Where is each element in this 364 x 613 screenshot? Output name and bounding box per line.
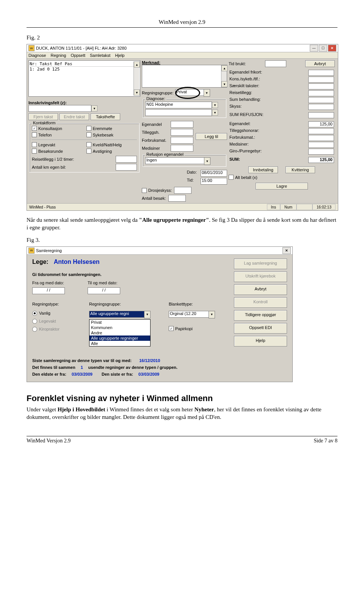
chk-fremmote[interactable]: Eremmøte bbox=[86, 126, 137, 131]
diagnose-input[interactable]: N01 Hodepine bbox=[145, 102, 212, 108]
tilleggsh-input[interactable] bbox=[171, 129, 193, 136]
siste-samleregning-label: Siste samleregning av denne typen var ti… bbox=[32, 358, 132, 363]
diagnose-group: Diagnose: N01 Hodepine ▼ ▼ bbox=[143, 99, 226, 118]
chk-telefon[interactable]: Telefon bbox=[32, 132, 83, 137]
dd-item-kommunen[interactable]: Kommunen bbox=[89, 325, 150, 330]
chk-sykebesok[interactable]: Sykebesøk bbox=[86, 132, 137, 137]
legg-til-button[interactable]: Legg til bbox=[196, 133, 227, 140]
takst-list[interactable]: Nr: Takst Ref Pas 1: 2ad 0 125 ▲ ▼ bbox=[28, 60, 140, 97]
dd-item-privat[interactable]: Privat bbox=[89, 320, 150, 325]
dd-item-alle[interactable]: Alle bbox=[89, 341, 150, 346]
dato-input[interactable]: 08/01/2010 bbox=[201, 170, 227, 177]
chevron-down-icon: ▼ bbox=[144, 311, 151, 318]
antall-besok-input[interactable] bbox=[168, 195, 186, 202]
close-button[interactable]: ✕ bbox=[328, 45, 336, 52]
regningsgruppe-select[interactable]: Privat ▼ bbox=[175, 89, 210, 97]
regningsgruppe-select[interactable]: Alle ugrupperte regni ▼ bbox=[89, 311, 151, 318]
val-kons bbox=[308, 77, 334, 83]
usendte-count: 1 bbox=[81, 365, 83, 370]
kvittering-button[interactable]: Kvittering bbox=[286, 166, 315, 173]
hjelp-button[interactable]: Hjelp bbox=[234, 336, 287, 346]
usendte-label-a: Det finnes til sammen bbox=[32, 365, 75, 370]
menu-hjelp[interactable]: Hjelp bbox=[115, 53, 124, 58]
tid-label: Tid: bbox=[187, 178, 197, 185]
utskrift-kjorebok-button[interactable]: Utskrift kjørebok bbox=[234, 271, 287, 282]
lbl-sum: SUM: bbox=[229, 157, 240, 163]
til-dato-input[interactable]: / / bbox=[88, 287, 120, 294]
menu-regning[interactable]: Regning bbox=[50, 53, 66, 58]
scroll-up-icon[interactable]: ▲ bbox=[134, 61, 140, 67]
chevron-down-icon[interactable]: ▼ bbox=[212, 102, 218, 108]
chk-papirkopi[interactable]: ✓Papirkopi bbox=[169, 326, 193, 331]
antall-km-input[interactable] bbox=[116, 164, 137, 171]
scroll-up-icon[interactable]: ▲ bbox=[221, 65, 228, 71]
lbl-sumrefusjon: SUM REFUSJON: bbox=[229, 112, 264, 118]
drosjeskyss-input[interactable] bbox=[174, 187, 191, 194]
window-titlebar: W Samleregning ✕ bbox=[27, 247, 292, 255]
menu-diagnose[interactable]: Diagnose bbox=[28, 53, 46, 58]
radio-legevakt[interactable]: Legevakt bbox=[32, 319, 74, 324]
tid-input[interactable]: 15:00 bbox=[201, 178, 227, 185]
section-heading: Forenklet visning av nyheter i Winmed al… bbox=[27, 394, 337, 403]
taksthefte-button[interactable]: Taksthefte bbox=[91, 113, 120, 120]
dd-item-andre[interactable]: Andre bbox=[89, 330, 150, 336]
chk-konsultasjon[interactable]: ✓Konsultasjon bbox=[32, 126, 83, 131]
radio-vanlig[interactable]: Vanlig bbox=[32, 311, 74, 316]
paragraph-2: Under valget Hjelp i Hovedbildet i Winme… bbox=[27, 406, 337, 421]
medisiner-input[interactable] bbox=[171, 145, 193, 152]
chk-kveld[interactable]: Kveld/Natt/Helg bbox=[86, 142, 137, 147]
diagnose-input-2[interactable] bbox=[145, 109, 212, 116]
menu-oppsett[interactable]: Oppsett bbox=[71, 53, 85, 58]
regningsgruppe-dropdown-list[interactable]: Privat Kommunen Andre Alle ugrupperte re… bbox=[89, 319, 151, 346]
chk-legevakt[interactable]: Legevakt bbox=[32, 142, 83, 147]
chk-besoksrunde[interactable]: Besøksrunde bbox=[32, 149, 83, 154]
chevron-down-icon[interactable]: ▼ bbox=[212, 110, 218, 116]
dd-item-ugrupperte[interactable]: Alle ugrupperte regninger bbox=[89, 336, 150, 341]
menu-samletakst[interactable]: Samletakst bbox=[90, 53, 110, 58]
minimize-button[interactable]: — bbox=[310, 45, 318, 52]
list-scrollbar[interactable]: ▲ ▼ bbox=[133, 61, 139, 96]
chk-drosjeskyss[interactable]: Drosjeskyss: bbox=[142, 188, 172, 193]
close-button[interactable]: ✕ bbox=[282, 247, 291, 254]
lagre-button[interactable]: Lagre bbox=[256, 183, 308, 190]
innskriv-input[interactable] bbox=[28, 105, 91, 112]
status-blank bbox=[297, 204, 312, 210]
lbl-reisetillegg: Reisetillegg: bbox=[229, 90, 252, 96]
fjern-takst-button[interactable]: Fjern takst bbox=[28, 113, 58, 120]
takst-list-header: Nr: Takst Ref Pas bbox=[30, 61, 133, 67]
reisetillegg-input[interactable] bbox=[116, 156, 137, 163]
chk-avstigning[interactable]: Avstigning bbox=[86, 149, 137, 154]
egenandel-input[interactable] bbox=[171, 121, 193, 128]
regningsgruppe-label: Regningsgruppe: bbox=[89, 302, 154, 306]
scroll-down-icon[interactable]: ▼ bbox=[221, 81, 228, 87]
maximize-button[interactable]: ☐ bbox=[319, 45, 327, 52]
val-tillegg bbox=[308, 128, 334, 134]
radio-kiropraktor[interactable]: Kiropraktor bbox=[32, 327, 74, 332]
lag-samleregning-button[interactable]: Lag samleregning bbox=[234, 259, 287, 269]
refusjon-select[interactable]: Ingen ▼ bbox=[145, 157, 210, 165]
tid-brukt-input[interactable] bbox=[265, 60, 286, 67]
avbryt-button[interactable]: Avbryt bbox=[305, 60, 335, 67]
avbryt-button[interactable]: Avbryt bbox=[234, 284, 287, 295]
chevron-down-icon: ▼ bbox=[209, 311, 215, 318]
egenandel-label: Egenandel bbox=[142, 122, 168, 127]
takst-list-row[interactable]: 1: 2ad 0 125 bbox=[30, 67, 133, 72]
lbl-saerskilt: Særskilt takster: bbox=[229, 83, 259, 89]
blanketttype-select[interactable]: Orginal (12.20 ▼ bbox=[169, 311, 215, 318]
val-sumrefusjon bbox=[308, 112, 334, 118]
fig2-caption: Fig. 2 bbox=[27, 34, 337, 41]
innbetaling-button[interactable]: Innbetaling bbox=[248, 166, 278, 173]
fra-dato-input[interactable]: / / bbox=[32, 287, 65, 294]
merknad-textarea[interactable]: ▲ ▼ bbox=[142, 65, 227, 88]
statusbar: WinMed - Pluss Ins Num 16:02:13 bbox=[27, 203, 338, 210]
endre-takst-button[interactable]: Endre takst bbox=[60, 113, 89, 120]
scroll-down-icon[interactable]: ▼ bbox=[134, 89, 140, 96]
window-titlebar: W DUCK, ANTON 11/11/01 - [AH] FL: AH Adr… bbox=[27, 44, 338, 52]
regningsgruppe-label: Regningsgruppe: bbox=[142, 91, 174, 95]
reisetillegg-label: Reisetillegg i 1/2 timer: bbox=[32, 157, 74, 161]
innskriv-dropdown-icon[interactable]: ▼ bbox=[91, 105, 97, 111]
chk-alt-betalt[interactable]: Alt betalt (x) bbox=[229, 175, 257, 180]
val-giro bbox=[308, 149, 334, 155]
lbl-medisiner: Medisiner: bbox=[229, 142, 249, 148]
forbruksmat-input[interactable] bbox=[171, 137, 193, 144]
